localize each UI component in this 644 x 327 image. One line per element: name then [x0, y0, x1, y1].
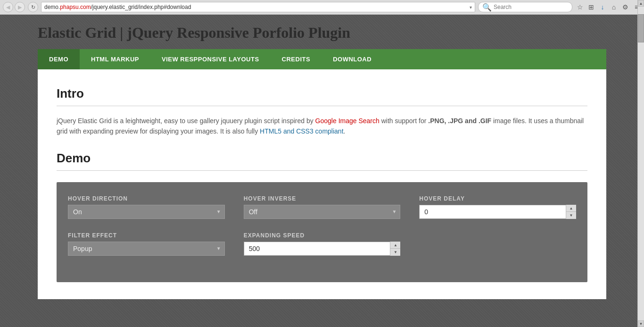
expanding-speed-spinner-buttons: ▲ ▼: [390, 242, 400, 256]
expanding-speed-input[interactable]: [244, 242, 401, 256]
url-prefix: demo.: [44, 4, 60, 10]
hover-delay-label: HOVER DELAY: [419, 195, 576, 202]
placeholder-group: [419, 232, 576, 256]
page-wrapper: Elastic Grid | jQuery Responsive Porfoli…: [0, 15, 644, 299]
filter-effect-select[interactable]: Popup Fade Slide: [68, 242, 225, 256]
hover-delay-increment[interactable]: ▲: [566, 205, 576, 212]
intro-heading: Intro: [57, 86, 587, 106]
demo-heading: Demo: [57, 151, 587, 171]
toolbar-icons: ☆ ⊞ ↓ ⌂ ⚙ ≡: [575, 2, 641, 12]
address-icons: ▾: [470, 5, 472, 10]
hover-direction-group: HOVER DIRECTION On Off: [68, 195, 225, 219]
html5-css3-link[interactable]: HTML5 and CSS3 compliant: [260, 127, 343, 135]
forward-button[interactable]: ▶: [15, 2, 25, 12]
nav-responsive-layouts[interactable]: VIEW RESPPONSIVE LAYOUTS: [150, 49, 271, 69]
main-nav: DEMO HTML MARKUP VIEW RESPPONSIVE LAYOUT…: [38, 49, 606, 69]
hover-inverse-label: HOVER INVERSE: [244, 195, 401, 202]
intro-text-4: .: [344, 127, 346, 135]
expanding-speed-increment[interactable]: ▲: [390, 242, 400, 249]
hover-direction-select[interactable]: On Off: [68, 205, 225, 219]
intro-paragraph: jQuery Elastic Grid is a leightweight, e…: [57, 116, 587, 137]
nav-download[interactable]: DOWNLOAD: [322, 49, 383, 69]
scrollbar-down-arrow[interactable]: ▼: [638, 320, 644, 327]
browser-chrome: ◀ ▶ ↻ demo.phapsu.com/jquery.elastic_gri…: [0, 0, 644, 15]
intro-formats: .PNG, .JPG and .GIF: [428, 117, 491, 125]
expanding-speed-spinner-wrapper: ▲ ▼: [244, 242, 401, 256]
nav-demo[interactable]: DEMO: [38, 49, 80, 69]
scrollbar[interactable]: ▲ ▼: [637, 0, 644, 327]
tools-icon[interactable]: ⚙: [620, 2, 630, 12]
bookmark-icon[interactable]: ☆: [575, 2, 585, 12]
hover-direction-label: HOVER DIRECTION: [68, 195, 225, 202]
site-title: Elastic Grid | jQuery Responsive Porfoli…: [38, 15, 606, 49]
hover-delay-spinner-wrapper: ▲ ▼: [419, 205, 576, 219]
intro-text-1: jQuery Elastic Grid is a leightweight, e…: [57, 117, 315, 125]
hover-inverse-select-wrapper: On Off: [244, 205, 401, 219]
hover-direction-select-wrapper: On Off: [68, 205, 225, 219]
hover-inverse-select[interactable]: On Off: [244, 205, 401, 219]
address-bar[interactable]: demo.phapsu.com/jquery.elastic_grid/inde…: [41, 2, 475, 12]
url-display: demo.phapsu.com/jquery.elastic_grid/inde…: [44, 4, 468, 10]
filter-effect-group: FILTER EFFECT Popup Fade Slide: [68, 232, 225, 256]
google-image-search-link[interactable]: Google Image Search: [315, 117, 380, 125]
search-input[interactable]: [494, 4, 568, 10]
filter-effect-label: FILTER EFFECT: [68, 232, 225, 239]
hover-inverse-group: HOVER INVERSE On Off: [244, 195, 401, 219]
controls-row-2: FILTER EFFECT Popup Fade Slide EXPANDING…: [68, 232, 576, 256]
expanding-speed-group: EXPANDING SPEED ▲ ▼: [244, 232, 401, 256]
dropdown-arrow-icon[interactable]: ▾: [470, 5, 472, 10]
history-icon[interactable]: ⊞: [586, 2, 596, 12]
hover-delay-decrement[interactable]: ▼: [566, 212, 576, 219]
refresh-button[interactable]: ↻: [28, 2, 38, 12]
nav-buttons: ◀ ▶: [3, 2, 25, 12]
home-icon[interactable]: ⌂: [609, 2, 619, 12]
browser-toolbar: ◀ ▶ ↻ demo.phapsu.com/jquery.elastic_gri…: [0, 0, 644, 14]
hover-delay-input[interactable]: [419, 205, 576, 219]
scrollbar-thumb[interactable]: [638, 14, 644, 42]
search-icon: 🔍: [482, 3, 492, 12]
download-icon[interactable]: ↓: [598, 2, 607, 12]
content-area: Intro jQuery Elastic Grid is a leightwei…: [38, 69, 606, 299]
filter-effect-select-wrapper: Popup Fade Slide: [68, 242, 225, 256]
url-domain: phapsu.com: [60, 4, 91, 10]
scrollbar-up-arrow[interactable]: ▲: [638, 0, 644, 7]
nav-credits[interactable]: CREDITS: [271, 49, 322, 69]
search-bar[interactable]: 🔍: [478, 2, 572, 12]
expanding-speed-decrement[interactable]: ▼: [390, 249, 400, 256]
controls-row-1: HOVER DIRECTION On Off HOVER INVERSE On …: [68, 195, 576, 219]
demo-panel: HOVER DIRECTION On Off HOVER INVERSE On …: [57, 182, 587, 282]
back-button[interactable]: ◀: [3, 2, 13, 12]
url-path: /jquery.elastic_grid/index.php#download: [91, 4, 191, 10]
hover-delay-group: HOVER DELAY ▲ ▼: [419, 195, 576, 219]
expanding-speed-label: EXPANDING SPEED: [244, 232, 401, 239]
intro-text-2: with support for: [380, 117, 429, 125]
hover-delay-spinner-buttons: ▲ ▼: [566, 205, 576, 219]
nav-html-markup[interactable]: HTML MARKUP: [80, 49, 150, 69]
